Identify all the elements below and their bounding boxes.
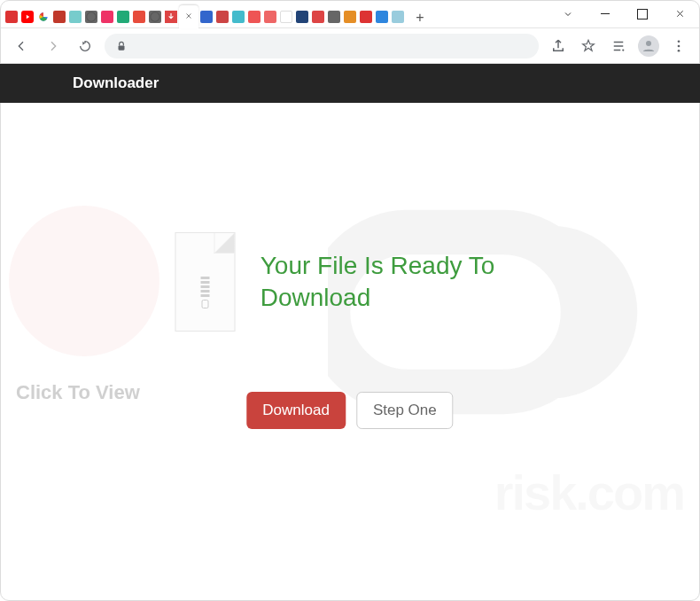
- google-icon: [37, 11, 50, 23]
- watermark-text: Click To View: [16, 381, 140, 404]
- window-minimize-button[interactable]: [587, 1, 624, 27]
- share-icon[interactable]: [546, 34, 571, 59]
- browser-tab[interactable]: [163, 5, 179, 28]
- page-content: Downloader Click To View risk.com Your F…: [0, 64, 700, 601]
- youtube-icon: [21, 11, 34, 23]
- headline-text: Your File Is Ready To Download: [261, 250, 525, 315]
- youtube-icon: [280, 11, 292, 23]
- tabs-dropdown-icon[interactable]: [549, 1, 587, 27]
- svg-point-10: [678, 49, 681, 51]
- browser-tab[interactable]: [374, 5, 390, 28]
- svg-point-9: [678, 44, 681, 47]
- svg-point-3: [151, 12, 160, 22]
- browser-tab[interactable]: [19, 5, 35, 28]
- watermark-risk-text: risk.com: [494, 464, 684, 521]
- watermark-circle: [9, 206, 159, 356]
- svg-point-6: [622, 49, 624, 51]
- lock-icon: [115, 40, 128, 52]
- browser-tab[interactable]: [67, 5, 83, 28]
- browser-tab[interactable]: [278, 5, 294, 28]
- bookmark-star-icon[interactable]: [576, 34, 601, 59]
- browser-tab[interactable]: [147, 5, 163, 28]
- close-icon[interactable]: [184, 12, 193, 22]
- url-bar[interactable]: [105, 34, 539, 59]
- site-title: Downloader: [73, 74, 159, 92]
- browser-tab[interactable]: [4, 5, 19, 28]
- forward-button[interactable]: [41, 34, 66, 59]
- browser-tab[interactable]: [342, 5, 358, 28]
- browser-tab[interactable]: [214, 5, 230, 28]
- browser-tab[interactable]: [262, 5, 278, 28]
- window-close-button[interactable]: [661, 1, 698, 27]
- browser-tab[interactable]: [131, 5, 147, 28]
- download-icon: [165, 11, 177, 23]
- tab-strip: +: [4, 0, 431, 28]
- content-hero: Your File Is Ready To Download: [175, 232, 525, 332]
- new-tab-button[interactable]: +: [409, 7, 431, 28]
- browser-tab[interactable]: [115, 5, 131, 28]
- browser-tab[interactable]: [198, 5, 214, 28]
- browser-tab-active[interactable]: [179, 5, 198, 28]
- browser-tab[interactable]: [294, 5, 310, 28]
- browser-tab[interactable]: [35, 5, 51, 28]
- reading-list-icon[interactable]: [606, 34, 631, 59]
- svg-point-8: [678, 40, 681, 43]
- file-zip-icon: [175, 232, 236, 332]
- svg-point-2: [87, 12, 97, 22]
- download-icon: [200, 11, 213, 23]
- download-button[interactable]: Download: [246, 392, 346, 429]
- browser-tab[interactable]: [310, 5, 326, 28]
- step-one-button[interactable]: Step One: [356, 392, 454, 429]
- window-title-bar: +: [0, 0, 700, 28]
- browser-tab[interactable]: [83, 5, 99, 28]
- svg-point-7: [646, 41, 651, 46]
- browser-tab[interactable]: [99, 5, 115, 28]
- svg-rect-5: [119, 45, 125, 50]
- browser-tab[interactable]: [51, 5, 67, 28]
- browser-tab[interactable]: [230, 5, 246, 28]
- address-bar-row: [0, 28, 700, 64]
- back-button[interactable]: [9, 34, 34, 59]
- globe-icon: [149, 11, 161, 23]
- browser-tab[interactable]: [358, 5, 374, 28]
- button-row: Download Step One: [246, 392, 453, 429]
- browser-tab[interactable]: [246, 5, 262, 28]
- reload-button[interactable]: [73, 34, 97, 59]
- window-maximize-button[interactable]: [624, 1, 661, 27]
- globe-icon: [85, 11, 97, 23]
- browser-tab[interactable]: [326, 5, 342, 28]
- browser-tab[interactable]: [390, 5, 406, 28]
- kebab-menu-icon[interactable]: [666, 34, 691, 59]
- profile-avatar[interactable]: [636, 34, 661, 59]
- site-header: Downloader: [0, 64, 700, 103]
